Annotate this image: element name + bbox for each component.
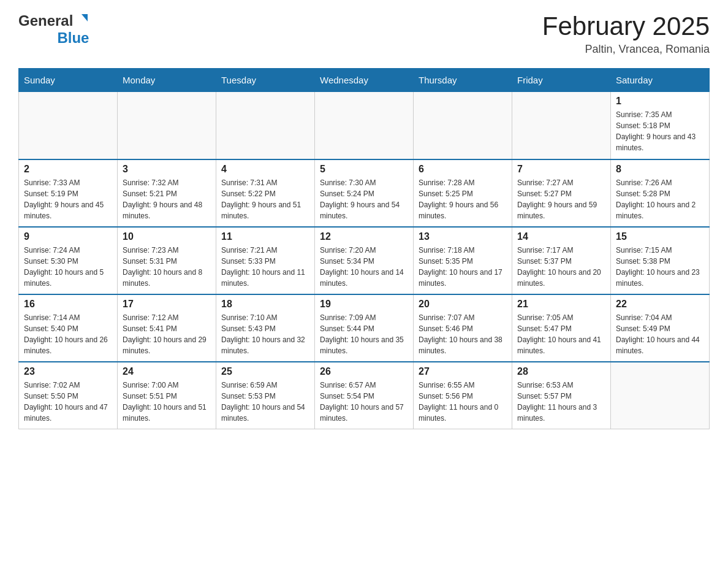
calendar-cell: 25Sunrise: 6:59 AMSunset: 5:53 PMDayligh…	[216, 362, 315, 429]
week-row-5: 23Sunrise: 7:02 AMSunset: 5:50 PMDayligh…	[19, 362, 710, 429]
calendar-cell: 19Sunrise: 7:09 AMSunset: 5:44 PMDayligh…	[315, 294, 414, 362]
calendar-cell: 8Sunrise: 7:26 AMSunset: 5:28 PMDaylight…	[611, 159, 710, 227]
day-number: 8	[616, 164, 704, 175]
day-info: Sunrise: 7:04 AMSunset: 5:49 PMDaylight:…	[616, 312, 704, 356]
calendar-cell	[611, 362, 710, 429]
day-number: 1	[616, 96, 704, 107]
calendar-cell: 23Sunrise: 7:02 AMSunset: 5:50 PMDayligh…	[19, 362, 118, 429]
calendar-cell: 26Sunrise: 6:57 AMSunset: 5:54 PMDayligh…	[315, 362, 414, 429]
day-number: 24	[123, 366, 211, 377]
day-info: Sunrise: 7:30 AMSunset: 5:24 PMDaylight:…	[320, 177, 408, 221]
day-info: Sunrise: 7:20 AMSunset: 5:34 PMDaylight:…	[320, 245, 408, 289]
logo-icon	[74, 13, 89, 28]
day-info: Sunrise: 6:59 AMSunset: 5:53 PMDaylight:…	[221, 380, 309, 424]
calendar-cell: 12Sunrise: 7:20 AMSunset: 5:34 PMDayligh…	[315, 227, 414, 294]
day-number: 18	[221, 299, 309, 310]
day-info: Sunrise: 7:05 AMSunset: 5:47 PMDaylight:…	[517, 312, 605, 356]
day-info: Sunrise: 7:15 AMSunset: 5:38 PMDaylight:…	[616, 245, 704, 289]
day-info: Sunrise: 7:32 AMSunset: 5:21 PMDaylight:…	[123, 177, 211, 221]
title-section: February 2025 Paltin, Vrancea, Romania	[542, 12, 710, 56]
day-info: Sunrise: 7:21 AMSunset: 5:33 PMDaylight:…	[221, 245, 309, 289]
calendar-cell: 27Sunrise: 6:55 AMSunset: 5:56 PMDayligh…	[414, 362, 512, 429]
day-info: Sunrise: 7:00 AMSunset: 5:51 PMDaylight:…	[123, 380, 211, 424]
day-number: 27	[419, 366, 507, 377]
calendar-cell	[512, 92, 611, 159]
week-row-2: 2Sunrise: 7:33 AMSunset: 5:19 PMDaylight…	[19, 159, 710, 227]
day-info: Sunrise: 7:10 AMSunset: 5:43 PMDaylight:…	[221, 312, 309, 356]
logo: General Blue	[18, 12, 89, 47]
day-number: 10	[123, 231, 211, 242]
calendar-cell: 24Sunrise: 7:00 AMSunset: 5:51 PMDayligh…	[118, 362, 216, 429]
day-number: 11	[221, 231, 309, 242]
location-title: Paltin, Vrancea, Romania	[542, 43, 710, 56]
calendar-cell: 22Sunrise: 7:04 AMSunset: 5:49 PMDayligh…	[611, 294, 710, 362]
day-number: 20	[419, 299, 507, 310]
calendar-cell: 28Sunrise: 6:53 AMSunset: 5:57 PMDayligh…	[512, 362, 611, 429]
day-number: 17	[123, 299, 211, 310]
calendar-cell: 13Sunrise: 7:18 AMSunset: 5:35 PMDayligh…	[414, 227, 512, 294]
day-number: 22	[616, 299, 704, 310]
calendar-cell	[315, 92, 414, 159]
day-number: 15	[616, 231, 704, 242]
calendar-cell	[216, 92, 315, 159]
day-info: Sunrise: 7:23 AMSunset: 5:31 PMDaylight:…	[123, 245, 211, 289]
calendar-cell: 6Sunrise: 7:28 AMSunset: 5:25 PMDaylight…	[414, 159, 512, 227]
calendar-table: Sunday Monday Tuesday Wednesday Thursday…	[18, 68, 710, 429]
day-number: 21	[517, 299, 605, 310]
calendar-cell: 4Sunrise: 7:31 AMSunset: 5:22 PMDaylight…	[216, 159, 315, 227]
day-info: Sunrise: 7:18 AMSunset: 5:35 PMDaylight:…	[419, 245, 507, 289]
calendar-cell: 16Sunrise: 7:14 AMSunset: 5:40 PMDayligh…	[19, 294, 118, 362]
day-number: 26	[320, 366, 408, 377]
day-number: 5	[320, 164, 408, 175]
day-number: 2	[24, 164, 112, 175]
calendar-cell: 3Sunrise: 7:32 AMSunset: 5:21 PMDaylight…	[118, 159, 216, 227]
day-number: 9	[24, 231, 112, 242]
day-info: Sunrise: 7:33 AMSunset: 5:19 PMDaylight:…	[24, 177, 112, 221]
calendar-cell: 18Sunrise: 7:10 AMSunset: 5:43 PMDayligh…	[216, 294, 315, 362]
day-info: Sunrise: 7:14 AMSunset: 5:40 PMDaylight:…	[24, 312, 112, 356]
calendar-cell: 21Sunrise: 7:05 AMSunset: 5:47 PMDayligh…	[512, 294, 611, 362]
header-wednesday: Wednesday	[315, 69, 414, 92]
day-info: Sunrise: 7:07 AMSunset: 5:46 PMDaylight:…	[419, 312, 507, 356]
day-number: 13	[419, 231, 507, 242]
calendar-cell: 9Sunrise: 7:24 AMSunset: 5:30 PMDaylight…	[19, 227, 118, 294]
day-number: 12	[320, 231, 408, 242]
header-friday: Friday	[512, 69, 611, 92]
week-row-4: 16Sunrise: 7:14 AMSunset: 5:40 PMDayligh…	[19, 294, 710, 362]
day-info: Sunrise: 7:26 AMSunset: 5:28 PMDaylight:…	[616, 177, 704, 221]
calendar-cell	[19, 92, 118, 159]
header-thursday: Thursday	[414, 69, 512, 92]
week-row-1: 1Sunrise: 7:35 AMSunset: 5:18 PMDaylight…	[19, 92, 710, 159]
day-number: 19	[320, 299, 408, 310]
day-number: 23	[24, 366, 112, 377]
calendar-cell: 20Sunrise: 7:07 AMSunset: 5:46 PMDayligh…	[414, 294, 512, 362]
week-row-3: 9Sunrise: 7:24 AMSunset: 5:30 PMDaylight…	[19, 227, 710, 294]
header-saturday: Saturday	[611, 69, 710, 92]
day-number: 14	[517, 231, 605, 242]
day-number: 25	[221, 366, 309, 377]
day-info: Sunrise: 7:12 AMSunset: 5:41 PMDaylight:…	[123, 312, 211, 356]
day-info: Sunrise: 7:31 AMSunset: 5:22 PMDaylight:…	[221, 177, 309, 221]
day-info: Sunrise: 6:57 AMSunset: 5:54 PMDaylight:…	[320, 380, 408, 424]
calendar-cell: 10Sunrise: 7:23 AMSunset: 5:31 PMDayligh…	[118, 227, 216, 294]
day-info: Sunrise: 7:17 AMSunset: 5:37 PMDaylight:…	[517, 245, 605, 289]
day-info: Sunrise: 7:35 AMSunset: 5:18 PMDaylight:…	[616, 109, 704, 153]
day-info: Sunrise: 7:27 AMSunset: 5:27 PMDaylight:…	[517, 177, 605, 221]
day-number: 7	[517, 164, 605, 175]
day-info: Sunrise: 6:55 AMSunset: 5:56 PMDaylight:…	[419, 380, 507, 424]
header-tuesday: Tuesday	[216, 69, 315, 92]
calendar-cell: 7Sunrise: 7:27 AMSunset: 5:27 PMDaylight…	[512, 159, 611, 227]
calendar-cell: 5Sunrise: 7:30 AMSunset: 5:24 PMDaylight…	[315, 159, 414, 227]
header-monday: Monday	[118, 69, 216, 92]
month-year-title: February 2025	[542, 12, 710, 40]
calendar-cell: 2Sunrise: 7:33 AMSunset: 5:19 PMDaylight…	[19, 159, 118, 227]
calendar-cell: 14Sunrise: 7:17 AMSunset: 5:37 PMDayligh…	[512, 227, 611, 294]
day-info: Sunrise: 7:28 AMSunset: 5:25 PMDaylight:…	[419, 177, 507, 221]
calendar-cell	[414, 92, 512, 159]
day-number: 3	[123, 164, 211, 175]
day-number: 6	[419, 164, 507, 175]
header-sunday: Sunday	[19, 69, 118, 92]
day-info: Sunrise: 7:09 AMSunset: 5:44 PMDaylight:…	[320, 312, 408, 356]
day-info: Sunrise: 7:02 AMSunset: 5:50 PMDaylight:…	[24, 380, 112, 424]
logo-general-text: General	[18, 12, 73, 29]
